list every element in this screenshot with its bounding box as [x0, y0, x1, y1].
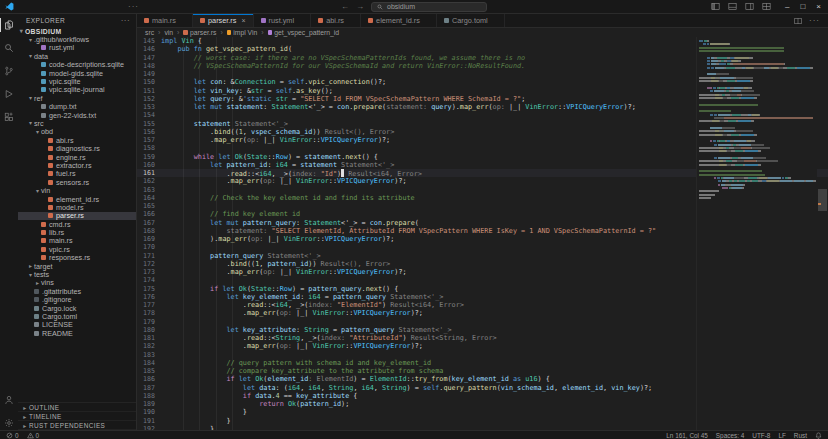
tab-cargo-toml[interactable]: Cargo.toml×: [437, 14, 505, 27]
line-number[interactable]: 185: [137, 367, 161, 375]
line-number[interactable]: 169: [137, 235, 161, 243]
activity-debug[interactable]: [0, 87, 18, 101]
line-number[interactable]: 168: [137, 227, 161, 235]
tab-rust-yml[interactable]: rust.yml×: [254, 14, 312, 27]
window-minimize-button[interactable]: –: [785, 0, 789, 13]
line-number[interactable]: 167: [137, 219, 161, 227]
line-number[interactable]: 183: [137, 351, 161, 359]
line-number[interactable]: 164: [137, 194, 161, 202]
line-number[interactable]: 151: [137, 87, 161, 95]
line-number[interactable]: 157: [137, 136, 161, 144]
tree-item-cmd-rs[interactable]: cmd.rs: [18, 220, 136, 228]
tree-item-src[interactable]: ▾src: [18, 119, 136, 127]
line-number[interactable]: 161: [137, 169, 161, 177]
statusbar-item[interactable]: 0: [27, 432, 40, 439]
tab-main-rs[interactable]: main.rs×: [137, 14, 193, 27]
line-number[interactable]: 165: [137, 202, 161, 210]
sidebar-pane-timeline[interactable]: ▸TIMELINE: [18, 412, 136, 421]
breadcrumb-item[interactable]: src: [145, 29, 154, 36]
statusbar-item[interactable]: Rust: [794, 432, 807, 439]
toggle-secondary-sidebar-icon[interactable]: [745, 2, 754, 11]
activity-explorer[interactable]: [0, 18, 18, 32]
editor-more-actions-icon[interactable]: ···: [809, 16, 820, 25]
tree-item-parser-rs[interactable]: parser.rs: [18, 212, 136, 220]
window-close-button[interactable]: ×: [816, 0, 821, 13]
tab-parser-rs[interactable]: parser.rs×: [193, 14, 253, 27]
line-number[interactable]: 162: [137, 177, 161, 185]
line-number[interactable]: 188: [137, 392, 161, 400]
tree-item-readme[interactable]: README: [18, 329, 136, 337]
tab-element-id-rs[interactable]: element_id.rs×: [361, 14, 437, 27]
line-number[interactable]: 189: [137, 400, 161, 408]
customize-layout-icon[interactable]: [762, 2, 771, 11]
line-number[interactable]: 174: [137, 276, 161, 284]
statusbar-item[interactable]: Ln 161, Col 45: [666, 432, 708, 439]
breadcrumb-item[interactable]: get_vspec_pattern_id: [268, 29, 340, 36]
window-maximize-button[interactable]: □: [800, 0, 805, 13]
breadcrumb-item[interactable]: impl Vin: [227, 29, 258, 36]
nav-back-icon[interactable]: ←: [341, 2, 349, 12]
statusbar-item[interactable]: [815, 432, 822, 439]
activity-account[interactable]: [0, 393, 18, 407]
line-number[interactable]: 149: [137, 70, 161, 78]
line-number[interactable]: 145: [137, 37, 161, 45]
statusbar-item[interactable]: 0: [6, 432, 19, 439]
close-icon[interactable]: ×: [241, 17, 245, 24]
line-number[interactable]: 163: [137, 186, 161, 194]
tree-item--gitattributes[interactable]: .gitattributes: [18, 287, 136, 295]
line-number[interactable]: 152: [137, 95, 161, 103]
line-number[interactable]: 155: [137, 120, 161, 128]
editor-scrollbar[interactable]: [817, 37, 828, 430]
tree-item-license[interactable]: LICENSE: [18, 321, 136, 329]
line-number[interactable]: 173: [137, 268, 161, 276]
toggle-sidebar-icon[interactable]: [711, 2, 720, 11]
tree-item-obd[interactable]: ▾obd: [18, 128, 136, 136]
line-number[interactable]: 179: [137, 318, 161, 326]
line-number[interactable]: 177: [137, 301, 161, 309]
command-center[interactable]: obsidium: [371, 2, 487, 12]
statusbar-item[interactable]: Spaces: 4: [716, 432, 744, 439]
activity-extensions[interactable]: [0, 110, 18, 124]
line-number[interactable]: 178: [137, 309, 161, 317]
line-number[interactable]: 180: [137, 326, 161, 334]
line-number[interactable]: 192: [137, 425, 161, 430]
breadcrumb-item[interactable]: parser.rs: [183, 29, 216, 36]
tab-abi-rs[interactable]: abi.rs×: [311, 14, 361, 27]
line-number[interactable]: 187: [137, 384, 161, 392]
split-editor-icon[interactable]: [794, 17, 802, 25]
menu-overflow-icon[interactable]: ···: [128, 2, 139, 11]
line-number[interactable]: 156: [137, 128, 161, 136]
tree-item--gitignore[interactable]: .gitignore: [18, 296, 136, 304]
statusbar-item[interactable]: UTF-8: [752, 432, 770, 439]
line-number[interactable]: 181: [137, 334, 161, 342]
activity-scm[interactable]: [0, 64, 18, 78]
nav-forward-icon[interactable]: →: [356, 2, 364, 12]
line-number[interactable]: 175: [137, 285, 161, 293]
line-number[interactable]: 186: [137, 375, 161, 383]
line-number[interactable]: 191: [137, 417, 161, 425]
tree-item-extractor-rs[interactable]: extractor.rs: [18, 161, 136, 169]
toggle-panel-icon[interactable]: [728, 2, 737, 11]
line-number[interactable]: 176: [137, 293, 161, 301]
line-number[interactable]: 170: [137, 243, 161, 251]
line-number[interactable]: 154: [137, 111, 161, 119]
minimap[interactable]: [696, 37, 817, 430]
line-number[interactable]: 190: [137, 408, 161, 416]
line-number[interactable]: 153: [137, 103, 161, 111]
line-number[interactable]: 166: [137, 210, 161, 218]
tree-item-lib-rs[interactable]: lib.rs: [18, 228, 136, 236]
line-number[interactable]: 148: [137, 62, 161, 70]
tree-item--github-workflows[interactable]: ▾.github/workflows: [18, 35, 136, 43]
line-number[interactable]: 150: [137, 78, 161, 86]
activity-search[interactable]: [0, 41, 18, 55]
tree-item-tests[interactable]: ▾tests: [18, 270, 136, 278]
line-number[interactable]: 172: [137, 260, 161, 268]
activity-settings[interactable]: [0, 416, 18, 430]
explorer-more-actions-icon[interactable]: ···: [121, 16, 130, 25]
line-number[interactable]: 171: [137, 252, 161, 260]
tree-item-main-rs[interactable]: main.rs: [18, 237, 136, 245]
code-editor[interactable]: 145impl Vin {146 pub fn get_vspec_patter…: [137, 37, 828, 430]
line-number[interactable]: 158: [137, 144, 161, 152]
line-number[interactable]: 159: [137, 153, 161, 161]
line-number[interactable]: 184: [137, 359, 161, 367]
